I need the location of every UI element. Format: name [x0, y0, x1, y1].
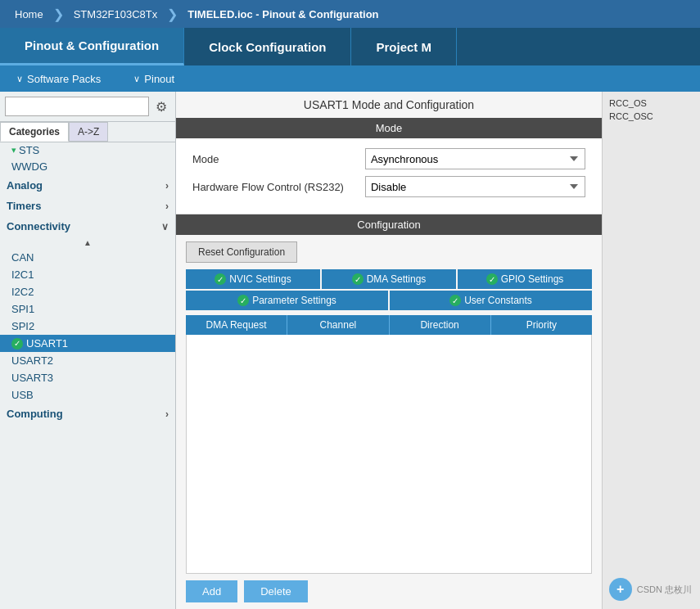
tab-pinout-config[interactable]: Pinout & Configuration — [0, 28, 184, 65]
dma-col-request: DMA Request — [186, 315, 287, 335]
sidebar-item-usart1[interactable]: ✓ USART1 — [0, 335, 175, 352]
sidebar-content: ▾ STS WWDG Analog › Timers › Connectivit… — [0, 142, 175, 609]
dma-col-channel: Channel — [287, 315, 389, 335]
check-icon-usart1: ✓ — [11, 338, 23, 350]
content-area: USART1 Mode and Configuration Mode Mode … — [176, 92, 602, 609]
tab-parameter-settings[interactable]: ✓ Parameter Settings — [186, 291, 388, 310]
watermark-text: CSDN 忠枚川 — [637, 584, 692, 596]
dma-table-header: DMA Request Channel Direction Priority — [186, 315, 592, 335]
breadcrumb-home[interactable]: Home — [7, 8, 52, 20]
check-icon-user: ✓ — [449, 295, 461, 306]
config-section: Configuration Reset Configuration ✓ NVIC… — [176, 214, 602, 609]
computing-label: Computing — [7, 408, 63, 420]
sidebar-item-spi1[interactable]: SPI1 — [0, 300, 175, 318]
bottom-buttons: Add Delete — [176, 574, 602, 609]
dma-col-priority: Priority — [491, 315, 592, 335]
sidebar-item-sts[interactable]: STS — [19, 144, 39, 156]
delete-button[interactable]: Delete — [244, 580, 308, 602]
sidebar-category-computing[interactable]: Computing › — [0, 404, 175, 424]
chevron-down-icon-sts: ▾ — [11, 145, 16, 156]
parameter-settings-label: Parameter Settings — [252, 295, 336, 306]
nav-software-packs-label: Software Packs — [27, 73, 101, 85]
scroll-up-icon[interactable]: ▲ — [84, 238, 92, 247]
mode-row-2: Hardware Flow Control (RS232) Disable CT… — [192, 176, 585, 197]
arrow-icon-timers: › — [165, 201, 169, 212]
sidebar-category-analog[interactable]: Analog › — [0, 175, 175, 196]
tab-gpio-settings[interactable]: ✓ GPIO Settings — [458, 269, 592, 289]
user-constants-label: User Constants — [464, 295, 532, 306]
mode-row-1: Mode Asynchronous Synchronous Disable — [192, 148, 585, 169]
dma-settings-label: DMA Settings — [367, 273, 427, 285]
nav-pinout[interactable]: ∨ Pinout — [117, 65, 191, 92]
breadcrumb-current[interactable]: TIMELED.ioc - Pinout & Configuration — [179, 8, 386, 20]
mode-select-1[interactable]: Asynchronous Synchronous Disable — [365, 148, 585, 169]
tab-user-constants[interactable]: ✓ User Constants — [390, 291, 592, 310]
tab-project[interactable]: Project M — [351, 28, 457, 65]
breadcrumb-arrow-2: ❯ — [167, 7, 178, 22]
add-button[interactable]: Add — [186, 580, 237, 602]
arrow-icon-computing: › — [165, 408, 169, 420]
tab-nvic-settings[interactable]: ✓ NVIC Settings — [186, 269, 320, 289]
arrow-icon-connectivity: ∨ — [161, 221, 169, 232]
settings-tabs: ✓ NVIC Settings ✓ DMA Settings ✓ GPIO Se… — [176, 269, 602, 310]
dma-col-direction: Direction — [390, 315, 491, 335]
tab-categories[interactable]: Categories — [0, 122, 69, 142]
sidebar-item-can[interactable]: CAN — [0, 249, 175, 266]
check-icon-gpio: ✓ — [486, 273, 498, 285]
connectivity-label: Connectivity — [7, 220, 70, 232]
settings-tab-row-1: ✓ NVIC Settings ✓ DMA Settings ✓ GPIO Se… — [186, 269, 592, 289]
settings-tab-row-2: ✓ Parameter Settings ✓ User Constants — [186, 291, 592, 310]
tab-az[interactable]: A->Z — [69, 122, 108, 142]
right-panel: RCC_OS RCC_OSC — [602, 92, 700, 609]
usart1-label: USART1 — [26, 337, 68, 350]
check-icon-param: ✓ — [237, 295, 249, 306]
rcc-label-1: RCC_OS — [609, 98, 693, 108]
breadcrumb: Home ❯ STM32F103C8Tx ❯ TIMELED.ioc - Pin… — [0, 0, 700, 28]
secondary-nav: ∨ Software Packs ∨ Pinout — [0, 65, 700, 92]
rcc-label-2: RCC_OSC — [609, 111, 693, 121]
scroll-indicator: ▲ — [0, 237, 175, 249]
timers-label: Timers — [7, 200, 41, 212]
mode-field-label-1: Mode — [192, 153, 365, 165]
reset-config-button[interactable]: Reset Configuration — [186, 241, 297, 263]
gear-icon[interactable]: ⚙ — [152, 97, 170, 115]
sidebar-item-usb[interactable]: USB — [0, 386, 175, 404]
sidebar-tabs: Categories A->Z — [0, 122, 175, 142]
sidebar-item-usart2[interactable]: USART2 — [0, 352, 175, 369]
tab-dma-settings[interactable]: ✓ DMA Settings — [322, 269, 456, 289]
check-icon-nvic: ✓ — [215, 273, 226, 285]
mode-field-label-2: Hardware Flow Control (RS232) — [192, 181, 365, 193]
mode-section: Mode Asynchronous Synchronous Disable Ha… — [176, 138, 602, 214]
nav-pinout-label: Pinout — [144, 73, 174, 85]
sidebar-category-connectivity[interactable]: Connectivity ∨ — [0, 216, 175, 237]
mode-section-header: Mode — [176, 118, 602, 138]
arrow-icon-analog: › — [165, 180, 169, 192]
sidebar-item-i2c1[interactable]: I2C1 — [0, 266, 175, 283]
sidebar-item-wwdg[interactable]: WWDG — [0, 158, 175, 175]
sidebar-item-usart3[interactable]: USART3 — [0, 369, 175, 386]
top-tabs: Pinout & Configuration Clock Configurati… — [0, 28, 700, 65]
search-input[interactable] — [5, 97, 149, 116]
plus-circle-icon[interactable]: + — [609, 578, 632, 601]
mode-select-2[interactable]: Disable CTS Only RTS Only CTS/RTS — [365, 176, 585, 197]
breadcrumb-arrow-1: ❯ — [53, 7, 64, 22]
main-layout: ⚙ Categories A->Z ▾ STS WWDG Analog › Ti… — [0, 92, 700, 609]
sidebar: ⚙ Categories A->Z ▾ STS WWDG Analog › Ti… — [0, 92, 176, 609]
nvic-settings-label: NVIC Settings — [229, 273, 291, 285]
sidebar-search-area: ⚙ — [0, 92, 175, 122]
tab-clock-config[interactable]: Clock Configuration — [184, 28, 351, 65]
analog-label: Analog — [7, 179, 43, 192]
sidebar-category-timers[interactable]: Timers › — [0, 196, 175, 216]
config-header: Configuration — [176, 214, 602, 235]
nav-software-packs[interactable]: ∨ Software Packs — [0, 65, 117, 92]
dma-table-body — [186, 335, 592, 574]
sidebar-item-spi2[interactable]: SPI2 — [0, 318, 175, 335]
breadcrumb-device[interactable]: STM32F103C8Tx — [65, 8, 166, 20]
chevron-down-icon-2: ∨ — [133, 74, 140, 84]
check-icon-dma: ✓ — [352, 273, 364, 285]
gpio-settings-label: GPIO Settings — [501, 273, 564, 285]
content-title: USART1 Mode and Configuration — [176, 92, 602, 118]
sidebar-item-i2c2[interactable]: I2C2 — [0, 283, 175, 300]
watermark: + CSDN 忠枚川 — [609, 578, 692, 601]
chevron-down-icon: ∨ — [16, 74, 23, 84]
